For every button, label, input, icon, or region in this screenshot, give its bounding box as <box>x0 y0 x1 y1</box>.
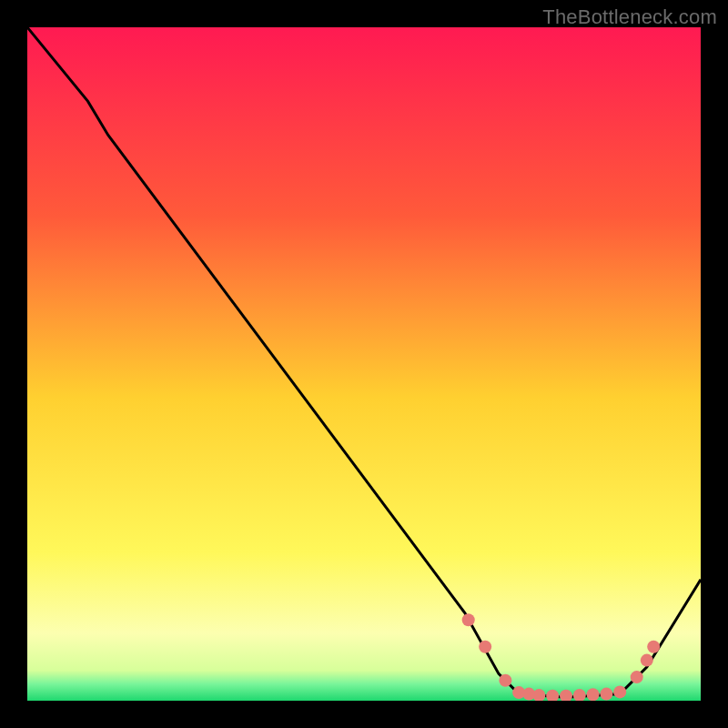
highlight-dot <box>647 641 660 653</box>
highlight-dot <box>641 654 653 667</box>
highlight-dot <box>532 689 545 701</box>
plot-area <box>27 27 701 701</box>
highlight-dot <box>462 613 475 626</box>
highlight-dots <box>462 613 661 701</box>
highlight-dot <box>479 641 491 653</box>
data-curve <box>27 27 701 697</box>
highlight-dot <box>546 690 559 701</box>
highlight-dot <box>631 671 643 683</box>
highlight-dot <box>613 685 626 698</box>
highlight-dot <box>560 690 572 701</box>
highlight-dot <box>587 688 600 701</box>
chart-svg <box>27 27 701 701</box>
chart-container: TheBottleneck.com <box>0 0 728 728</box>
highlight-dot <box>600 688 612 701</box>
highlight-dot <box>499 674 511 687</box>
highlight-dot <box>573 689 586 701</box>
watermark-text: TheBottleneck.com <box>542 5 717 29</box>
